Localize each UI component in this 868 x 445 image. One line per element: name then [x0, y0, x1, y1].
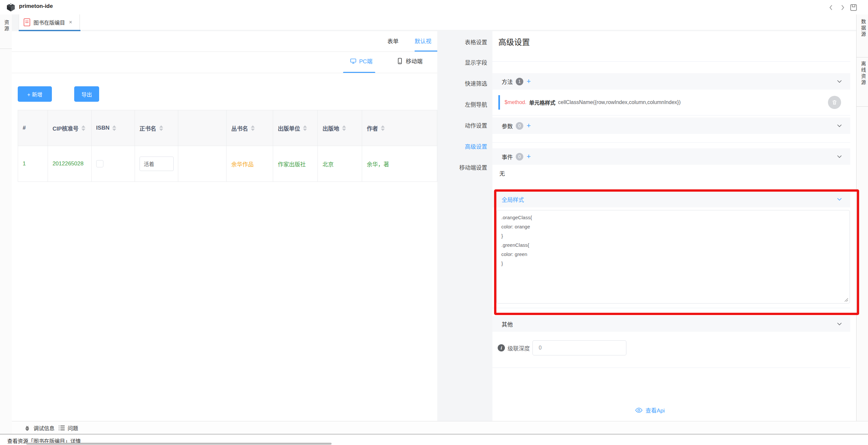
primeton-ide-window: primeton-ide 资源 数据源 离线资源 图书在版编目 ×	[0, 0, 868, 445]
method-item[interactable]: $method. 单元格样式 cellClassName({row,rowInd…	[492, 90, 850, 116]
section-methods[interactable]: 方法 1 +	[492, 73, 850, 90]
count-badge: 0	[516, 153, 523, 160]
debug-icon	[24, 425, 31, 431]
tab-mobile[interactable]: 移动端	[397, 57, 423, 65]
back-icon[interactable]	[827, 4, 835, 11]
add-event-button[interactable]: +	[527, 153, 531, 160]
count-badge: 1	[516, 78, 523, 85]
section-global-style[interactable]: 全局样式	[492, 191, 850, 208]
debug-info-button[interactable]: 调试信息	[24, 421, 55, 434]
column-header-author[interactable]: 作者	[362, 110, 437, 146]
divider	[12, 52, 437, 52]
chevron-down-icon[interactable]	[836, 123, 842, 128]
document-icon	[24, 19, 30, 26]
column-header-series[interactable]: 丛书名	[226, 110, 273, 146]
section-other[interactable]: 其他	[492, 316, 850, 332]
forward-icon[interactable]	[838, 4, 846, 11]
section-params[interactable]: 参数 0 +	[492, 118, 850, 134]
problems-button[interactable]: 问题	[58, 421, 78, 434]
plus-icon: +	[27, 92, 30, 97]
rail-item-resources[interactable]: 资源	[3, 20, 10, 32]
sort-icon[interactable]	[159, 125, 163, 131]
mobile-tab-label: 移动端	[406, 57, 423, 65]
sort-icon[interactable]	[303, 125, 307, 131]
add-button[interactable]: + 新增	[18, 86, 52, 102]
menu-item-advanced-settings[interactable]: 高级设置	[465, 142, 487, 152]
chevron-down-icon[interactable]	[836, 321, 842, 326]
sort-icon[interactable]	[251, 125, 255, 131]
add-param-button[interactable]: +	[527, 122, 531, 129]
rail-divider	[0, 49, 12, 49]
cascade-depth-label: 级联深度	[507, 344, 530, 352]
tab-pc[interactable]: PC端	[350, 57, 373, 65]
tab-default-view[interactable]: 默认视	[415, 37, 431, 45]
trash-icon	[832, 99, 837, 105]
menu-item-display-fields[interactable]: 显示字段	[465, 58, 487, 68]
main-editor-area: 表单 默认视 PC端 移动端 + 新增 导出	[12, 31, 437, 421]
sort-icon[interactable]	[342, 125, 346, 131]
column-header-isbn[interactable]: ISBN	[91, 110, 134, 146]
settings-menu: 表格设置 显示字段 快速筛选 左侧导航 动作设置 高级设置 移动端设置	[437, 31, 492, 421]
bottom-bar: 调试信息 问题	[12, 421, 868, 434]
document-tab-bar: 图书在版编目 ×	[12, 14, 856, 31]
horizontal-scrollbar-thumb[interactable]	[26, 443, 332, 445]
list-icon	[58, 425, 65, 431]
info-icon: i	[498, 344, 505, 351]
settings-panel: 表格设置 显示字段 快速筛选 左侧导航 动作设置 高级设置 移动端设置 高级设置…	[437, 31, 856, 421]
menu-item-left-nav[interactable]: 左侧导航	[465, 100, 487, 110]
pane-title: 高级设置	[498, 36, 530, 47]
rail-item-datasource[interactable]: 数据源	[860, 19, 867, 38]
chevron-down-icon[interactable]	[836, 154, 842, 159]
isbn-checkbox[interactable]	[96, 160, 103, 167]
cell-series: 余华作品	[226, 146, 273, 182]
column-header-place[interactable]: 出版地	[318, 110, 362, 146]
section-events[interactable]: 事件 0 +	[492, 148, 850, 165]
divider	[492, 61, 850, 62]
eye-icon	[635, 408, 643, 413]
chevron-down-icon[interactable]	[836, 197, 842, 202]
table-header-row: # CIP核准号 ISBN 正书名 丛书名 出版单位 出版地 作者	[18, 110, 437, 146]
chevron-down-icon[interactable]	[836, 79, 842, 84]
tab-form[interactable]: 表单	[388, 37, 399, 45]
rail-item-offline-resources[interactable]: 离线资源	[860, 61, 867, 86]
export-button[interactable]: 导出	[74, 86, 99, 102]
menu-item-action-settings[interactable]: 动作设置	[465, 121, 487, 131]
divider	[12, 73, 437, 73]
close-icon[interactable]: ×	[69, 19, 72, 26]
menu-item-mobile-settings[interactable]: 移动端设置	[459, 163, 487, 173]
column-header-cip[interactable]: CIP核准号	[48, 110, 91, 146]
menu-item-quick-filter[interactable]: 快速筛选	[465, 79, 487, 89]
data-table: # CIP核准号 ISBN 正书名 丛书名 出版单位 出版地 作者 1 2012…	[18, 110, 437, 182]
add-method-button[interactable]: +	[527, 78, 531, 85]
sort-icon[interactable]	[82, 125, 85, 131]
title-input[interactable]	[140, 157, 174, 171]
global-style-editor-wrap: .orangeClass{ color: orange } .greenClas…	[496, 210, 850, 304]
tab-book-cip[interactable]: 图书在版编目 ×	[19, 14, 80, 30]
tab-title: 图书在版编目	[33, 19, 65, 26]
save-icon[interactable]	[849, 4, 858, 11]
divider	[492, 142, 850, 143]
view-api-row: 查看Api	[492, 406, 808, 414]
app-logo-icon	[6, 2, 16, 12]
cell-isbn	[91, 146, 134, 182]
column-header-index: #	[18, 110, 48, 146]
global-style-textarea[interactable]: .orangeClass{ color: orange } .greenClas…	[496, 210, 850, 304]
cell-place: 北京	[318, 146, 362, 182]
view-api-link[interactable]: 查看Api	[635, 406, 665, 414]
titlebar: primeton-ide	[0, 0, 868, 15]
column-header-empty	[178, 110, 226, 146]
count-badge: 0	[516, 122, 523, 130]
cascade-depth-input[interactable]	[532, 340, 626, 355]
sort-icon[interactable]	[381, 125, 385, 131]
column-header-publisher[interactable]: 出版单位	[273, 110, 318, 146]
column-header-title[interactable]: 正书名	[134, 110, 178, 146]
menu-item-table-settings[interactable]: 表格设置	[465, 37, 487, 48]
table-row: 1 2012265028 余华作品 作家出版社 北京 余华，著	[18, 146, 437, 182]
app-title: primeton-ide	[19, 3, 53, 9]
sort-icon[interactable]	[112, 125, 116, 131]
cell-title	[134, 146, 178, 182]
events-empty-text: 无	[499, 169, 505, 177]
rail-divider	[857, 106, 868, 107]
pc-tab-label: PC端	[359, 57, 373, 65]
delete-method-button[interactable]	[828, 96, 841, 109]
